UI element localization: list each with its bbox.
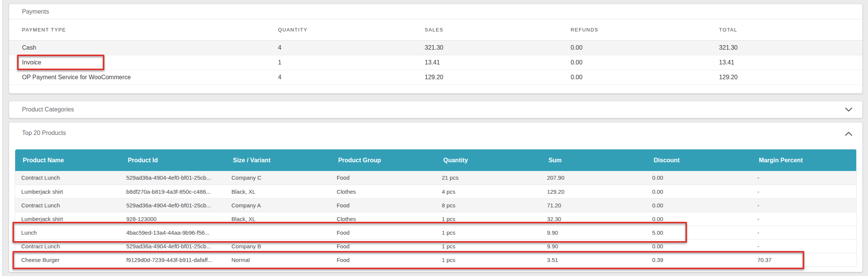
product-group-cell: Food	[331, 198, 436, 212]
quantity-cell: 1	[265, 55, 412, 70]
discount-cell: 0.00	[646, 198, 751, 212]
payments-row: Invoice 1 13.41 0.00 13.41	[9, 55, 862, 70]
payments-card: Payments PAYMENT TYPE QUANTITY SALES REF…	[9, 4, 863, 94]
quantity-cell: 21 pcs	[436, 171, 541, 185]
product-id-cell: 928-123000	[120, 212, 225, 226]
product-name-cell: Contract Lunch	[15, 171, 120, 185]
margin-percent-cell: -	[751, 239, 856, 253]
quantity-cell: 1 pcs	[436, 253, 541, 267]
product-row: Contract Lunch 529ad36a-4904-4ef0-bf01-2…	[15, 198, 857, 212]
quantity-cell: 8 pcs	[436, 198, 541, 212]
top-products-table: Product Name Product Id Size / Variant P…	[15, 149, 857, 267]
payments-section-title: Payments	[22, 8, 49, 15]
top-products-header-row: Product Name Product Id Size / Variant P…	[15, 149, 857, 171]
quantity-cell: 4 pcs	[436, 185, 541, 198]
margin-percent-cell: -	[751, 185, 856, 198]
payments-row: OP Payment Service for WooCommerce 4 129…	[9, 70, 862, 85]
product-id-cell: 4bac59ed-13a4-44aa-9b96-f56...	[120, 226, 225, 239]
product-row: Cheese Burger f9129d0d-7239-443f-b911-da…	[15, 253, 857, 267]
discount-cell: 0.00	[646, 239, 751, 253]
discount-cell: 5.00	[646, 226, 751, 239]
size-variant-cell: Company B	[225, 239, 331, 253]
size-variant-cell: Company C	[225, 171, 331, 185]
sales-cell: 321.30	[412, 40, 558, 55]
payments-table: PAYMENT TYPE QUANTITY SALES REFUNDS TOTA…	[9, 19, 862, 85]
column-header-product-group: Product Group	[331, 149, 436, 171]
sales-cell: 129.20	[412, 70, 558, 85]
column-header-product-name: Product Name	[15, 149, 120, 171]
top-products-table-wrap: Product Name Product Id Size / Variant P…	[15, 149, 857, 267]
column-header-quantity: QUANTITY	[265, 19, 412, 40]
top-products-title: Top 20 Products	[22, 130, 66, 136]
quantity-cell: 4	[265, 70, 412, 85]
sum-cell: 71.20	[541, 198, 646, 212]
margin-percent-cell: -	[751, 226, 856, 239]
sum-cell: 9.90	[541, 226, 646, 239]
column-header-size-variant: Size / Variant	[225, 149, 331, 171]
total-cell: 13.41	[706, 55, 862, 70]
product-group-cell: Food	[331, 239, 436, 253]
product-name-cell: Lunch	[15, 226, 120, 239]
product-name-cell: Lumberjack shirt	[15, 185, 120, 198]
discount-cell: 0.39	[646, 253, 751, 267]
refunds-cell: 0.00	[558, 40, 706, 55]
product-id-cell: b8df270a-b819-4a3f-850c-c486...	[120, 185, 225, 198]
size-variant-cell: Black, XL	[225, 212, 331, 226]
column-header-quantity: Quantity	[436, 149, 541, 171]
product-name-cell: Contract Lunch	[15, 239, 120, 253]
column-header-sales: SALES	[412, 19, 558, 40]
total-cell: 129.20	[706, 70, 862, 85]
discount-cell: 0.00	[646, 185, 751, 198]
product-group-cell: Food	[331, 171, 436, 185]
size-variant-cell: Normal	[225, 253, 331, 267]
sum-cell: 129.20	[541, 185, 646, 198]
margin-percent-cell: 70.37	[751, 253, 856, 267]
product-name-cell: Lumberjack shirt	[15, 212, 120, 226]
quantity-cell: 1 pcs	[436, 239, 541, 253]
chevron-up-icon[interactable]	[845, 132, 852, 136]
product-categories-header[interactable]: Product Categories	[9, 101, 862, 118]
size-variant-cell: Company A	[225, 198, 331, 212]
product-group-cell: Food	[331, 226, 436, 239]
sum-cell: 9.90	[541, 239, 646, 253]
payment-type-cell: OP Payment Service for WooCommerce	[9, 70, 265, 85]
product-id-cell: 529ad36a-4904-4ef0-bf01-25cb...	[120, 171, 225, 185]
margin-percent-cell: -	[751, 212, 856, 226]
payment-type-cell: Cash	[9, 40, 265, 55]
product-categories-card: Product Categories	[9, 101, 863, 118]
product-row: Lumberjack shirt b8df270a-b819-4a3f-850c…	[15, 185, 857, 198]
product-group-cell: Clothes	[331, 185, 436, 198]
product-group-cell: Clothes	[331, 212, 436, 226]
product-row: Lunch 4bac59ed-13a4-44aa-9b96-f56... Foo…	[15, 226, 857, 239]
discount-cell: 0.00	[646, 171, 751, 185]
product-group-cell: Food	[331, 253, 436, 267]
product-id-cell: 529ad36a-4904-4ef0-bf01-25cb...	[120, 239, 225, 253]
product-categories-title: Product Categories	[22, 106, 74, 113]
column-header-total: TOTAL	[706, 19, 862, 40]
product-row: Contract Lunch 529ad36a-4904-4ef0-bf01-2…	[15, 171, 857, 185]
refunds-cell: 0.00	[558, 70, 706, 85]
margin-percent-cell: -	[751, 198, 856, 212]
size-variant-cell: Black, XL	[225, 185, 331, 198]
quantity-cell: 1 pcs	[436, 226, 541, 239]
payment-type-cell: Invoice	[9, 55, 265, 70]
sum-cell: 3.51	[541, 253, 646, 267]
chevron-down-icon[interactable]	[845, 107, 852, 112]
total-cell: 321.30	[706, 40, 862, 55]
product-id-cell: f9129d0d-7239-443f-b911-dafaff...	[120, 253, 225, 267]
column-header-discount: Discount	[646, 149, 751, 171]
refunds-cell: 0.00	[558, 55, 706, 70]
sum-cell: 32.30	[541, 212, 646, 226]
column-header-product-id: Product Id	[120, 149, 225, 171]
column-header-refunds: REFUNDS	[558, 19, 706, 40]
product-row: Contract Lunch 529ad36a-4904-4ef0-bf01-2…	[15, 239, 857, 253]
sum-cell: 207.90	[541, 171, 646, 185]
payments-section-header: Payments	[9, 4, 862, 19]
quantity-cell: 1 pcs	[436, 212, 541, 226]
top-products-header[interactable]: Top 20 Products	[9, 122, 862, 149]
quantity-cell: 4	[265, 40, 412, 55]
top-products-card: Top 20 Products Product Name Product Id …	[9, 122, 863, 272]
product-name-cell: Cheese Burger	[15, 253, 120, 267]
column-header-sum: Sum	[541, 149, 646, 171]
payments-row: Cash 4 321.30 0.00 321.30	[9, 40, 862, 55]
